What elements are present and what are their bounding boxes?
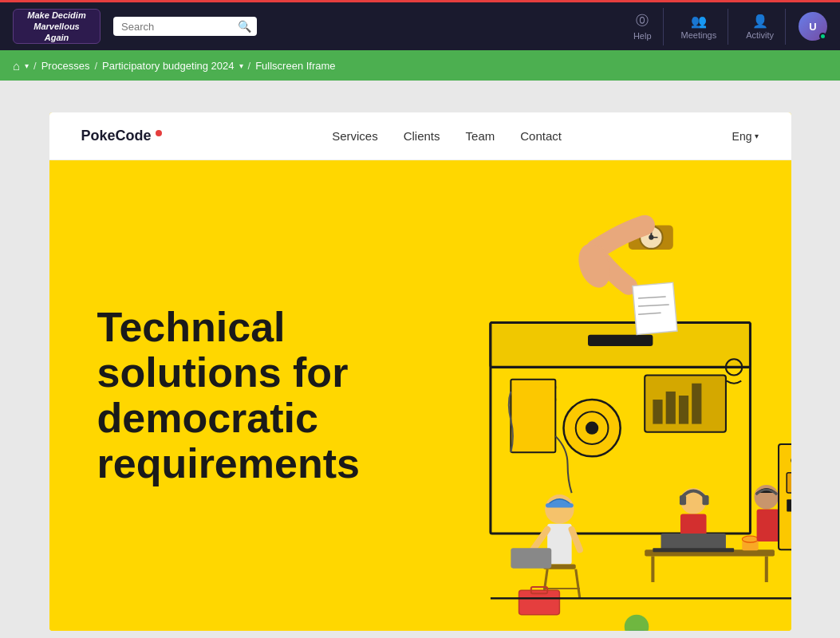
breadcrumb-bar: ⌂ ▾ / Processes / Participatory budgetin… [0,50,840,81]
svg-rect-45 [653,548,734,552]
breadcrumb-fullscreen-item: Fullscreen Iframe [255,60,335,72]
search-button[interactable]: 🔍 [238,20,251,33]
nav-team[interactable]: Team [466,129,495,143]
breadcrumb-sep-2: / [94,60,97,72]
top-nav-left: Make Decidim Marvellous Again 🔍 [13,9,257,44]
meetings-icon: 👥 [691,14,707,29]
site-logo[interactable]: Make Decidim Marvellous Again [13,9,101,44]
language-label: Eng [732,130,752,143]
breadcrumb-participatory-item[interactable]: Participatory budgeting 2024 ▾ [102,60,243,72]
online-indicator [819,33,826,40]
user-avatar-button[interactable]: U [799,12,827,41]
breadcrumb-processes-item[interactable]: Processes [41,60,90,72]
svg-point-47 [742,536,758,542]
nav-services[interactable]: Services [332,129,378,143]
breadcrumb-processes-link[interactable]: Processes [41,60,90,72]
home-dropdown-icon: ▾ [25,61,29,70]
svg-point-61 [624,615,649,631]
hero-section: Technical solutions for democratic requi… [49,160,791,631]
hero-heading: Technical solutions for democratic requi… [97,305,360,487]
help-button[interactable]: ⓪ Help [622,8,664,45]
inner-navbar: PokeCode Services Clients Team Contact E… [49,112,791,160]
top-navbar: Make Decidim Marvellous Again 🔍 ⓪ Help 👥… [0,2,840,50]
svg-rect-27 [546,503,574,507]
iframe-container: PokeCode Services Clients Team Contact E… [49,112,791,631]
inner-logo[interactable]: PokeCode [81,128,162,144]
language-chevron-icon: ▾ [755,132,759,140]
inner-nav-right: Eng ▾ [732,130,759,143]
inner-logo-text: PokeCode [81,128,152,144]
breadcrumb-current-label: Fullscreen Iframe [255,60,335,72]
breadcrumb-sep-1: / [34,60,37,72]
hero-line-4: requirements [97,440,360,486]
meetings-button[interactable]: 👥 Meetings [670,9,729,45]
hero-line-1: Technical [97,304,286,350]
activity-button[interactable]: 👤 Activity [735,9,786,45]
svg-point-10 [585,422,597,435]
svg-rect-64 [511,548,551,568]
svg-line-33 [575,569,579,599]
svg-rect-12 [653,400,662,424]
svg-rect-39 [702,495,708,505]
svg-rect-54 [787,499,791,511]
svg-rect-22 [632,282,676,334]
search-input[interactable] [121,21,233,33]
nav-contact[interactable]: Contact [520,129,562,143]
hero-svg [385,160,791,631]
nav-clients[interactable]: Clients [404,129,440,143]
svg-rect-7 [511,380,555,453]
svg-rect-49 [756,509,779,542]
svg-rect-38 [679,495,685,505]
participatory-dropdown-icon: ▾ [239,61,243,70]
breadcrumb-sep-3: / [248,60,251,72]
svg-rect-50 [779,444,791,549]
breadcrumb-home-item[interactable]: ⌂ ▾ [13,59,29,73]
svg-rect-13 [665,392,675,424]
activity-icon: 👤 [752,14,768,29]
logo-dot [156,130,162,136]
svg-rect-14 [678,396,688,424]
help-icon: ⓪ [636,13,649,30]
svg-rect-53 [787,473,791,493]
svg-rect-2 [588,335,653,346]
logo-text: Make Decidim Marvellous Again [22,10,92,44]
svg-rect-15 [692,384,701,424]
inner-nav-links: Services Clients Team Contact [332,129,562,143]
hero-line-2: solutions for [97,349,349,396]
hero-illustration [385,160,791,631]
home-icon: ⌂ [13,59,20,73]
breadcrumb-participatory-link[interactable]: Participatory budgeting 2024 [102,60,235,72]
main-content: PokeCode Services Clients Team Contact E… [0,81,840,638]
svg-rect-44 [661,534,725,549]
top-nav-right: ⓪ Help 👥 Meetings 👤 Activity U [622,8,827,45]
language-selector[interactable]: Eng ▾ [732,130,759,143]
search-box[interactable]: 🔍 [113,17,257,36]
hero-line-3: democratic [97,395,318,441]
hero-text: Technical solutions for democratic requi… [97,305,360,487]
